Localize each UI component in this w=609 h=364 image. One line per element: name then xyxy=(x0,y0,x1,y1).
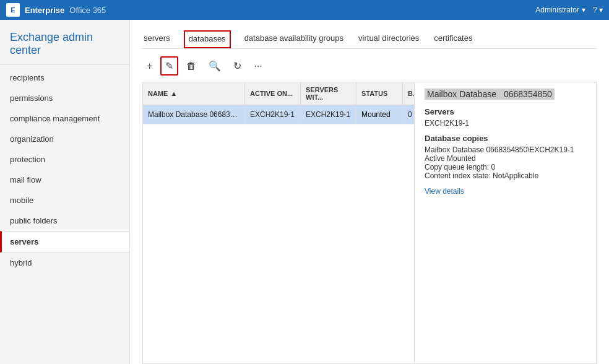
sidebar-item-mail-flow[interactable]: mail flow xyxy=(0,170,129,190)
help-button[interactable]: ? ▾ xyxy=(593,6,603,14)
sidebar-item-servers[interactable]: servers xyxy=(0,231,129,253)
tab-certificates[interactable]: certificates xyxy=(433,30,473,49)
main-layout: Exchange admin center recipients permiss… xyxy=(0,20,609,364)
cell-status: Mounted xyxy=(356,105,403,124)
detail-server-value: EXCH2K19-1 xyxy=(425,119,586,128)
col-active-on: ACTIVE ON... xyxy=(245,82,301,105)
db-copies-line2: Active Mounted xyxy=(425,154,586,163)
add-button[interactable]: + xyxy=(142,58,157,75)
sidebar-item-protection[interactable]: protection xyxy=(0,149,129,170)
app-logo: E xyxy=(6,3,20,17)
db-copies-line3: Copy queue length: 0 xyxy=(425,163,586,171)
cell-name: Mailbox Database 066835... xyxy=(143,105,245,124)
sidebar-header: Exchange admin center xyxy=(0,20,129,65)
edit-button[interactable]: ✎ xyxy=(160,56,178,76)
detail-servers-label: Servers xyxy=(425,107,586,116)
sort-icon: ▲ xyxy=(170,90,177,97)
cell-servers-wit: EXCH2K19-1 xyxy=(301,105,356,124)
topbar-left: E Enterprise Office 365 xyxy=(6,3,106,17)
topbar: E Enterprise Office 365 Administrator ▾ … xyxy=(0,0,609,20)
col-servers-wit: SERVERS WIT... xyxy=(301,82,356,105)
table-row[interactable]: Mailbox Database 066835... EXCH2K19-1 EX… xyxy=(143,105,414,124)
help-icon: ? xyxy=(593,6,597,14)
search-button[interactable]: 🔍 xyxy=(204,57,225,75)
detail-title-prefix: Mailbox Database xyxy=(425,89,501,100)
tab-dag[interactable]: database availability groups xyxy=(243,30,345,49)
tab-virtual-dirs[interactable]: virtual directories xyxy=(357,30,420,49)
detail-title-id: 0668354850 xyxy=(501,89,555,100)
sidebar-item-compliance[interactable]: compliance management xyxy=(0,108,129,129)
cell-active-on: EXCH2K19-1 xyxy=(245,105,301,124)
sidebar: Exchange admin center recipients permiss… xyxy=(0,20,130,364)
sidebar-item-mobile[interactable]: mobile xyxy=(0,190,129,210)
detail-title: Mailbox Database 0668354850 xyxy=(425,89,586,100)
admin-menu[interactable]: Administrator ▾ xyxy=(535,6,585,14)
delete-button[interactable]: 🗑 xyxy=(182,58,201,75)
detail-db-copies-label: Database copies xyxy=(425,134,586,143)
main-content: servers databases database availability … xyxy=(130,20,609,364)
topbar-right: Administrator ▾ ? ▾ xyxy=(535,6,603,14)
refresh-button[interactable]: ↻ xyxy=(229,57,246,75)
data-table: NAME ▲ ACTIVE ON... SERVERS WIT... STATU… xyxy=(142,82,415,364)
detail-db-copies: Mailbox Database 0668354850\EXCH2K19-1 A… xyxy=(425,145,586,180)
more-button[interactable]: ··· xyxy=(249,58,266,75)
col-status: STATUS xyxy=(356,82,403,105)
nav-tabs: servers databases database availability … xyxy=(142,30,597,49)
table-header: NAME ▲ ACTIVE ON... SERVERS WIT... STATU… xyxy=(143,82,414,105)
col-b: B... xyxy=(403,82,415,105)
cell-b: 0 xyxy=(403,105,415,124)
topbar-subtitle: Office 365 xyxy=(69,6,106,15)
admin-chevron-icon: ▾ xyxy=(582,6,585,14)
db-copies-line4: Content index state: NotApplicable xyxy=(425,171,586,180)
toolbar: + ✎ 🗑 🔍 ↻ ··· xyxy=(142,56,597,76)
sidebar-item-organization[interactable]: organization xyxy=(0,129,129,149)
db-copies-line1: Mailbox Database 0668354850\EXCH2K19-1 xyxy=(425,145,586,154)
admin-label: Administrator xyxy=(535,6,579,14)
sidebar-item-recipients[interactable]: recipients xyxy=(0,67,129,88)
tab-databases[interactable]: databases xyxy=(184,30,231,48)
topbar-title: Enterprise xyxy=(25,6,64,15)
detail-panel: Mailbox Database 0668354850 Servers EXCH… xyxy=(415,82,597,364)
sidebar-item-public-folders[interactable]: public folders xyxy=(0,210,129,231)
table-container: NAME ▲ ACTIVE ON... SERVERS WIT... STATU… xyxy=(142,82,597,364)
sidebar-item-permissions[interactable]: permissions xyxy=(0,88,129,108)
sidebar-item-hybrid[interactable]: hybrid xyxy=(0,253,129,273)
tab-servers[interactable]: servers xyxy=(142,30,171,49)
view-details-link[interactable]: View details xyxy=(425,187,464,196)
col-name: NAME ▲ xyxy=(143,82,245,105)
help-chevron-icon: ▾ xyxy=(599,6,603,14)
